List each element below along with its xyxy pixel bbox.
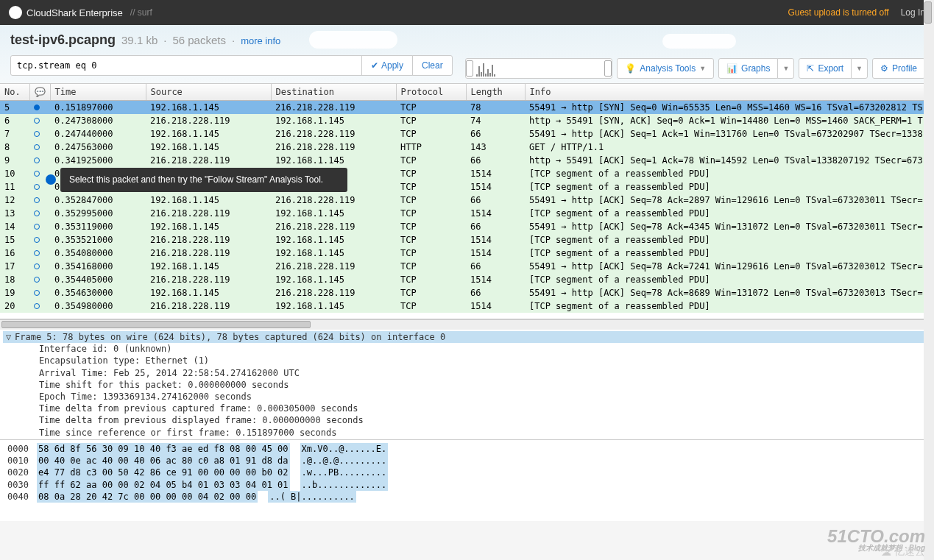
packet-list[interactable]: No.💬TimeSourceDestinationProtocolLengthI… bbox=[0, 84, 934, 319]
dot-icon bbox=[34, 184, 40, 190]
cloud-icon bbox=[9, 6, 22, 19]
packet-row[interactable]: 130.352995000216.218.228.119192.168.1.14… bbox=[0, 207, 934, 220]
filter-input[interactable] bbox=[10, 55, 362, 76]
detail-line[interactable]: Arrival Time: Feb 25, 2014 22:58:54.2741… bbox=[3, 367, 931, 379]
column-header[interactable]: 💬 bbox=[29, 84, 50, 101]
toolbar: 💡Analysis Tools▼ 📊Graphs ▼ ⇱Export ▼ ⚙Pr… bbox=[465, 58, 925, 79]
column-header[interactable]: Time bbox=[50, 84, 146, 101]
column-header[interactable]: Info bbox=[525, 84, 934, 101]
detail-line[interactable]: ▽Frame 5: 78 bytes on wire (624 bits), 7… bbox=[3, 331, 931, 343]
graphs-button[interactable]: 📊Graphs bbox=[718, 58, 778, 79]
hex-row[interactable]: 000058 6d 8f 56 30 09 10 40 f3 ae ed f8 … bbox=[7, 443, 927, 455]
file-meta-sep: · bbox=[232, 34, 235, 46]
triangle-down-icon: ▽ bbox=[6, 331, 15, 343]
dot-icon bbox=[34, 210, 40, 216]
caret-down-icon: ▼ bbox=[699, 65, 706, 72]
packet-row[interactable]: 150.353521000216.218.228.119192.168.1.14… bbox=[0, 233, 934, 247]
packet-row[interactable]: 120.352847000192.168.1.145216.218.228.11… bbox=[0, 194, 934, 207]
cloud-decoration bbox=[662, 34, 736, 49]
clear-button[interactable]: Clear bbox=[412, 55, 453, 76]
timeline-handle-right[interactable] bbox=[604, 60, 612, 77]
dot-icon bbox=[34, 197, 40, 203]
logo: CloudShark Enterprise // surf bbox=[9, 6, 152, 19]
dot-icon bbox=[34, 171, 40, 177]
hex-row[interactable]: 004008 0a 28 20 42 7c 00 00 00 00 04 02 … bbox=[7, 491, 927, 503]
more-info-link[interactable]: more info bbox=[241, 35, 280, 46]
export-icon: ⇱ bbox=[807, 63, 814, 74]
detail-line[interactable]: Epoch Time: 1393369134.274162000 seconds bbox=[3, 391, 931, 403]
packet-count: 56 packets bbox=[172, 34, 226, 46]
dot-icon bbox=[34, 277, 40, 283]
dot-icon bbox=[34, 263, 40, 269]
packet-row[interactable]: 140.353119000192.168.1.145216.218.228.11… bbox=[0, 220, 934, 233]
dot-icon bbox=[34, 157, 40, 163]
caret-down-icon: ▼ bbox=[856, 65, 863, 72]
packet-row[interactable]: 190.354630000192.168.1.145216.218.228.11… bbox=[0, 286, 934, 300]
column-header[interactable]: Destination bbox=[271, 84, 396, 101]
file-size: 39.1 kb bbox=[121, 34, 158, 46]
timeline-slider[interactable] bbox=[465, 58, 612, 79]
vertical-scrollbar[interactable] bbox=[924, 330, 934, 440]
file-meta-sep: · bbox=[163, 34, 166, 46]
hex-row[interactable]: 0020e4 77 d8 c3 00 50 42 86 ce 91 00 00 … bbox=[7, 467, 927, 478]
export-button[interactable]: ⇱Export bbox=[799, 58, 852, 79]
caret-down-icon: ▼ bbox=[782, 65, 789, 72]
horizontal-scrollbar[interactable] bbox=[0, 319, 934, 330]
packet-row[interactable]: 90.341925000216.218.228.119192.168.1.145… bbox=[0, 154, 934, 167]
detail-line[interactable]: Time delta from previous captured frame:… bbox=[3, 403, 931, 414]
dot-icon bbox=[34, 290, 40, 296]
chart-icon: 📊 bbox=[726, 63, 737, 74]
column-header[interactable]: Protocol bbox=[396, 84, 466, 101]
packet-row[interactable]: 180.354405000216.218.228.119192.168.1.14… bbox=[0, 273, 934, 286]
packet-row[interactable]: 60.247308000216.218.228.119192.168.1.145… bbox=[0, 114, 934, 127]
export-dropdown[interactable]: ▼ bbox=[851, 58, 868, 79]
hex-dump[interactable]: 000058 6d 8f 56 30 09 10 40 f3 ae ed f8 … bbox=[0, 440, 934, 521]
dot-icon bbox=[34, 303, 40, 309]
apply-button[interactable]: ✔Apply bbox=[361, 55, 413, 76]
packet-row[interactable]: 50.151897000192.168.1.145216.218.228.119… bbox=[0, 101, 934, 115]
graphs-dropdown[interactable]: ▼ bbox=[777, 58, 794, 79]
dot-icon bbox=[34, 224, 40, 230]
detail-line[interactable]: Time since reference or first frame: 0.1… bbox=[3, 427, 931, 439]
detail-line[interactable]: Interface id: 0 (unknown) bbox=[3, 343, 931, 355]
file-name: test-ipv6.pcapng bbox=[10, 32, 116, 48]
column-header[interactable]: Source bbox=[146, 84, 271, 101]
detail-line[interactable]: Encapsulation type: Ethernet (1) bbox=[3, 355, 931, 366]
timeline-sparkline bbox=[476, 63, 601, 77]
detail-line[interactable]: Time delta from previous displayed frame… bbox=[3, 414, 931, 426]
timeline-handle-left[interactable] bbox=[466, 60, 473, 77]
detail-line[interactable]: Time shift for this packet: 0.000000000 … bbox=[3, 379, 931, 391]
hex-row[interactable]: 0030ff ff 62 aa 00 00 02 04 05 b4 01 03 … bbox=[7, 479, 927, 491]
cloud-decoration bbox=[309, 31, 397, 49]
column-header[interactable]: Length bbox=[466, 84, 525, 101]
gear-icon: ⚙ bbox=[880, 63, 888, 74]
guest-upload-status: Guest upload is turned off bbox=[788, 7, 888, 18]
dot-icon bbox=[34, 144, 40, 150]
hex-row[interactable]: 001000 40 0e ac 40 00 40 06 ac 80 c0 a8 … bbox=[7, 455, 927, 467]
column-header[interactable]: No. bbox=[0, 84, 29, 101]
dot-icon bbox=[34, 104, 40, 110]
dot-icon bbox=[34, 250, 40, 256]
top-bar: CloudShark Enterprise // surf Guest uplo… bbox=[0, 0, 934, 25]
file-header: test-ipv6.pcapng 39.1 kb · 56 packets · … bbox=[0, 25, 934, 84]
hint-tooltip: Select this packet and then try the "Fol… bbox=[60, 168, 347, 192]
check-icon: ✔ bbox=[371, 60, 378, 71]
packet-row[interactable]: 160.354080000216.218.228.119192.168.1.14… bbox=[0, 247, 934, 260]
tooltip-anchor-icon bbox=[46, 174, 56, 185]
comment-icon: 💬 bbox=[35, 87, 46, 97]
profile-button[interactable]: ⚙Profile bbox=[872, 58, 925, 79]
packet-row[interactable]: 80.247563000192.168.1.145216.218.228.119… bbox=[0, 141, 934, 154]
login-link[interactable]: Log In bbox=[901, 7, 925, 18]
dot-icon bbox=[34, 237, 40, 243]
brand-sub: // surf bbox=[130, 7, 152, 18]
packet-row[interactable]: 70.247440000192.168.1.145216.218.228.119… bbox=[0, 127, 934, 141]
packet-details[interactable]: ▽Frame 5: 78 bytes on wire (624 bits), 7… bbox=[0, 330, 934, 440]
packet-row[interactable]: 170.354168000192.168.1.145216.218.228.11… bbox=[0, 260, 934, 273]
dot-icon bbox=[34, 131, 40, 137]
packet-row[interactable]: 200.354980000216.218.228.119192.168.1.14… bbox=[0, 300, 934, 313]
brand-name: CloudShark Enterprise bbox=[26, 7, 123, 18]
dot-icon bbox=[34, 118, 40, 124]
analysis-tools-button[interactable]: 💡Analysis Tools▼ bbox=[617, 58, 714, 79]
bulb-icon: 💡 bbox=[625, 63, 636, 74]
